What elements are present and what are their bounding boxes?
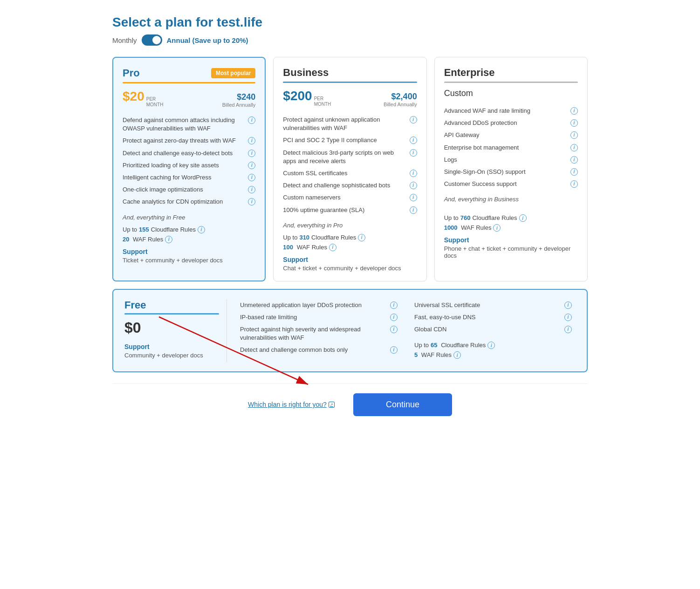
list-item: One-click image optimizationsi <box>123 184 255 196</box>
list-item: Detect and challenge common bots onlyi <box>240 344 398 356</box>
free-waf-count: 5 <box>414 351 418 358</box>
enterprise-price-custom: Custom <box>444 89 578 98</box>
business-cloudflare-rules: Up to 310 Cloudflare Rules i <box>283 233 417 241</box>
business-price-per: PERMONTH <box>314 96 331 107</box>
pro-waf-rules: 20 WAF Rules i <box>123 235 255 243</box>
info-icon[interactable]: i <box>487 342 495 349</box>
info-icon[interactable]: i <box>165 236 172 243</box>
list-item: Single-Sign-On (SSO) supporti <box>444 166 578 178</box>
info-icon[interactable]: i <box>493 224 501 232</box>
list-item: Detect and challenge sophisticated botsi <box>283 179 417 192</box>
info-icon[interactable]: i <box>198 226 205 233</box>
business-support: Support Chat + ticket + community + deve… <box>283 256 417 272</box>
pro-and-everything: And, everything in Free <box>123 214 255 221</box>
free-support: Support Community + developer docs <box>124 343 219 359</box>
info-icon[interactable]: i <box>519 214 527 222</box>
free-support-desc: Community + developer docs <box>124 352 219 359</box>
free-cloudflare-count: 65 <box>431 342 437 349</box>
info-icon[interactable]: i <box>410 137 417 144</box>
info-icon[interactable]: i <box>570 144 578 151</box>
list-item: Fast, easy-to-use DNSi <box>414 311 572 323</box>
info-icon[interactable]: i <box>410 182 417 189</box>
pro-support: Support Ticket + community + developer d… <box>123 248 255 264</box>
billing-toggle[interactable] <box>142 34 162 46</box>
info-icon[interactable]: i <box>570 168 578 176</box>
info-icon[interactable]: i <box>570 156 578 164</box>
info-icon[interactable]: i <box>410 149 417 157</box>
free-plan-left: Free $0 Support Community + developer do… <box>124 299 227 362</box>
info-icon[interactable]: i <box>248 198 255 205</box>
enterprise-waf-rules: 1000 WAF Rules i <box>444 224 578 232</box>
business-plan-header: Business <box>283 67 417 79</box>
info-icon[interactable]: i <box>248 186 255 193</box>
free-support-title: Support <box>124 343 219 350</box>
business-price-annual: $2,400 <box>391 92 417 101</box>
free-plan-card: Free $0 Support Community + developer do… <box>112 289 588 372</box>
info-icon[interactable]: i <box>248 162 255 169</box>
info-icon[interactable]: i <box>390 301 398 309</box>
info-icon[interactable]: i <box>390 314 398 321</box>
info-icon[interactable]: i <box>248 174 255 181</box>
list-item: Detect malicious 3rd-party scripts on we… <box>283 147 417 167</box>
business-plan-card: Business $200 PERMONTH $2,400 Billed Ann… <box>273 57 426 281</box>
info-icon[interactable]: i <box>248 137 255 144</box>
pro-support-title: Support <box>123 248 255 255</box>
most-popular-badge: Most popular <box>211 68 255 78</box>
enterprise-cloudflare-rules: Up to 760 Cloudflare Rules i <box>444 214 578 222</box>
business-support-title: Support <box>283 256 417 263</box>
monthly-label: Monthly <box>112 36 137 44</box>
info-icon[interactable]: i <box>248 150 255 157</box>
free-divider <box>124 313 219 315</box>
info-icon[interactable]: i <box>570 119 578 127</box>
info-icon[interactable]: i <box>390 346 398 354</box>
business-features-list: Protect against unknown application vuln… <box>283 114 417 216</box>
info-icon[interactable]: i <box>410 194 417 201</box>
list-item: 100% uptime guarantee (SLA)i <box>283 204 417 216</box>
list-item: Prioritized loading of key site assetsi <box>123 159 255 171</box>
info-icon[interactable]: i <box>570 131 578 139</box>
info-icon[interactable]: i <box>570 180 578 188</box>
info-icon[interactable]: i <box>564 301 572 309</box>
info-icon[interactable]: i <box>248 116 255 124</box>
business-plan-name: Business <box>283 67 329 79</box>
list-item: Custom SSL certificatesi <box>283 167 417 179</box>
enterprise-plan-name: Enterprise <box>444 67 495 79</box>
bottom-bar: Which plan is right for you? ↗ Continue <box>112 384 588 421</box>
pro-billed-annually: Billed Annually <box>222 102 256 108</box>
list-item: Protect against zero-day threats with WA… <box>123 135 255 147</box>
list-item: Global CDNi <box>414 323 572 336</box>
info-icon[interactable]: i <box>390 326 398 333</box>
which-plan-link[interactable]: Which plan is right for you? ↗ <box>248 401 335 408</box>
info-icon[interactable]: i <box>329 244 336 251</box>
business-pricing: $200 PERMONTH $2,400 Billed Annually <box>283 89 417 107</box>
info-icon[interactable]: i <box>358 234 365 241</box>
enterprise-support-desc: Phone + chat + ticket + community + deve… <box>444 245 578 259</box>
info-icon[interactable]: i <box>410 170 417 177</box>
external-link-icon: ↗ <box>329 402 335 408</box>
list-item: Enterprise bot managementi <box>444 142 578 154</box>
enterprise-support: Support Phone + chat + ticket + communit… <box>444 236 578 259</box>
free-waf-rules: 5 WAF Rules i <box>414 351 572 359</box>
continue-button[interactable]: Continue <box>353 393 452 416</box>
info-icon[interactable]: i <box>453 351 461 359</box>
list-item: Unmetered application layer DDoS protect… <box>240 299 398 311</box>
pro-features-list: Defend against common attacks including … <box>123 114 255 208</box>
list-item: PCI and SOC 2 Type II compliancei <box>283 134 417 146</box>
info-icon[interactable]: i <box>410 116 417 123</box>
info-icon[interactable]: i <box>570 107 578 115</box>
list-item: Customer Success supporti <box>444 178 578 190</box>
free-plan-name: Free <box>124 299 219 311</box>
enterprise-divider <box>444 82 578 83</box>
free-price: $0 <box>124 319 219 336</box>
info-icon[interactable]: i <box>564 314 572 321</box>
list-item: Defend against common attacks including … <box>123 114 255 135</box>
list-item: Detect and challenge easy-to-detect bots… <box>123 147 255 159</box>
list-item: Logsi <box>444 154 578 166</box>
info-icon[interactable]: i <box>564 326 572 333</box>
pro-plan-header: Pro Most popular <box>123 67 255 79</box>
free-plan-wrapper: Free $0 Support Community + developer do… <box>112 289 588 372</box>
pro-divider <box>123 82 255 83</box>
list-item: Protect against unknown application vuln… <box>283 114 417 134</box>
pro-price-annual: $240 <box>237 92 255 102</box>
info-icon[interactable]: i <box>410 206 417 214</box>
